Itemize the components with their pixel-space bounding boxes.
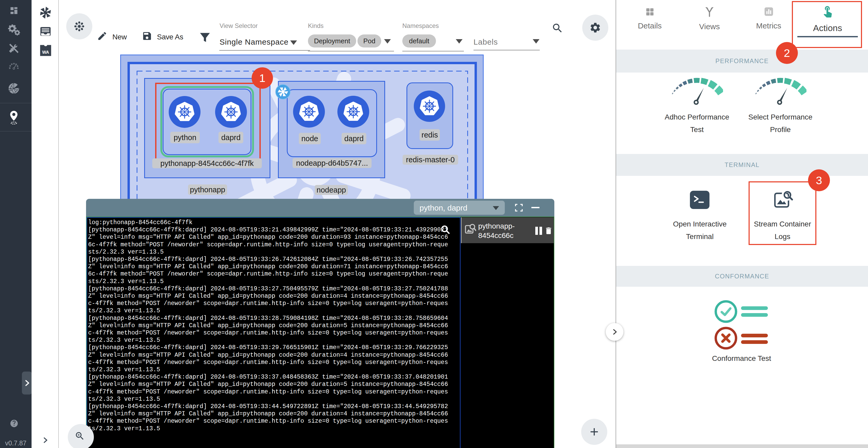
svg-text:WA: WA bbox=[42, 50, 49, 55]
